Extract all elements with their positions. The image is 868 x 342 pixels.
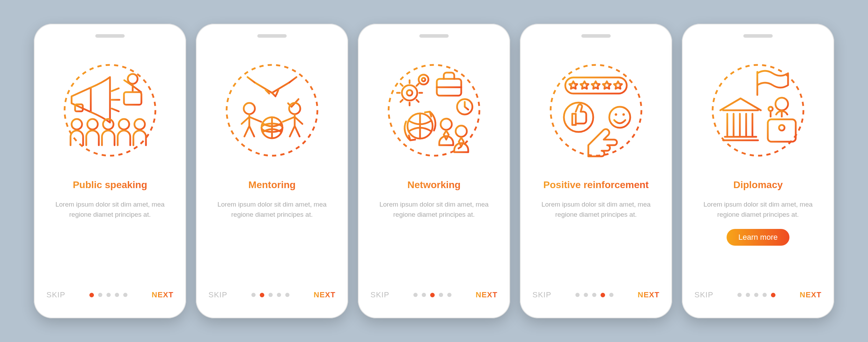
skip-button[interactable]: SKIP xyxy=(208,290,227,299)
phone-mockup: Networking Lorem ipsum dolor sit dim ame… xyxy=(358,24,510,318)
indicator-dot[interactable] xyxy=(746,293,750,297)
illustration xyxy=(206,54,338,166)
next-button[interactable]: NEXT xyxy=(314,290,336,299)
positive-reinforcement-icon xyxy=(544,58,648,163)
indicator-dot[interactable] xyxy=(592,293,596,297)
learn-more-button[interactable]: Learn more xyxy=(727,229,790,246)
indicator-dot[interactable] xyxy=(771,293,775,297)
onboarding-stage: Public speaking Lorem ipsum dolor sit di… xyxy=(0,0,868,342)
svg-point-26 xyxy=(564,103,593,132)
illustration xyxy=(530,54,662,166)
indicator-dot[interactable] xyxy=(430,293,435,297)
onboarding-nav: SKIP NEXT xyxy=(206,290,338,301)
svg-point-22 xyxy=(441,119,452,130)
svg-rect-25 xyxy=(565,77,627,94)
indicator-dot[interactable] xyxy=(106,293,111,297)
skip-button[interactable]: SKIP xyxy=(46,290,65,299)
next-button[interactable]: NEXT xyxy=(476,290,498,299)
page-indicator xyxy=(737,293,775,297)
next-button[interactable]: NEXT xyxy=(638,290,660,299)
indicator-dot[interactable] xyxy=(413,293,418,297)
indicator-dot[interactable] xyxy=(439,293,443,297)
indicator-dot[interactable] xyxy=(584,293,588,297)
screen-description: Lorem ipsum dolor sit dim amet, mea regi… xyxy=(368,199,500,220)
networking-icon xyxy=(382,58,486,163)
screen-description: Lorem ipsum dolor sit dim amet, mea regi… xyxy=(44,199,176,220)
svg-point-23 xyxy=(456,126,467,137)
skip-button[interactable]: SKIP xyxy=(532,290,551,299)
svg-point-9 xyxy=(227,65,317,156)
diplomacy-icon xyxy=(706,58,810,163)
screen-title: Mentoring xyxy=(206,179,338,191)
skip-button[interactable]: SKIP xyxy=(370,290,389,299)
svg-point-29 xyxy=(623,113,625,116)
indicator-dot[interactable] xyxy=(251,293,256,297)
indicator-dot[interactable] xyxy=(447,293,451,297)
svg-point-18 xyxy=(422,78,425,81)
screen-description: Lorem ipsum dolor sit dim amet, mea regi… xyxy=(530,199,662,220)
svg-point-27 xyxy=(609,107,630,128)
indicator-dot[interactable] xyxy=(285,293,289,297)
page-indicator xyxy=(89,293,127,297)
illustration xyxy=(692,54,824,166)
phone-speaker xyxy=(581,34,611,38)
screen-description: Lorem ipsum dolor sit dim amet, mea regi… xyxy=(692,199,824,220)
indicator-dot[interactable] xyxy=(115,293,119,297)
screen-description: Lorem ipsum dolor sit dim amet, mea regi… xyxy=(206,199,338,220)
screen-title: Positive reinforcement xyxy=(530,179,662,191)
svg-point-10 xyxy=(244,103,255,114)
phone-speaker xyxy=(419,34,449,38)
onboarding-nav: SKIP NEXT xyxy=(530,290,662,301)
indicator-dot[interactable] xyxy=(277,293,281,297)
phone-speaker xyxy=(95,34,125,38)
onboarding-nav: SKIP NEXT xyxy=(44,290,176,301)
illustration xyxy=(44,54,176,166)
page-indicator xyxy=(575,293,613,297)
svg-point-16 xyxy=(407,90,412,96)
public-speaking-icon xyxy=(58,58,162,163)
indicator-dot[interactable] xyxy=(422,293,426,297)
next-button[interactable]: NEXT xyxy=(800,290,822,299)
svg-rect-3 xyxy=(124,92,141,105)
mentoring-icon xyxy=(220,58,324,163)
phone-mockup: Public speaking Lorem ipsum dolor sit di… xyxy=(34,24,186,318)
svg-point-2 xyxy=(128,74,138,84)
screen-title: Diplomacy xyxy=(692,179,824,191)
phone-mockup: Diplomacy Lorem ipsum dolor sit dim amet… xyxy=(682,24,834,318)
onboarding-nav: SKIP NEXT xyxy=(692,290,824,301)
next-button[interactable]: NEXT xyxy=(152,290,174,299)
indicator-dot[interactable] xyxy=(754,293,758,297)
svg-point-7 xyxy=(119,119,129,129)
indicator-dot[interactable] xyxy=(123,293,127,297)
page-indicator xyxy=(413,293,451,297)
indicator-dot[interactable] xyxy=(609,293,613,297)
indicator-dot[interactable] xyxy=(98,293,102,297)
indicator-dot[interactable] xyxy=(269,293,273,297)
svg-point-15 xyxy=(402,85,417,101)
screen-title: Public speaking xyxy=(44,179,176,191)
indicator-dot[interactable] xyxy=(763,293,767,297)
indicator-dot[interactable] xyxy=(601,293,605,297)
svg-point-4 xyxy=(72,119,82,129)
onboarding-nav: SKIP NEXT xyxy=(368,290,500,301)
screen-title: Networking xyxy=(368,179,500,191)
indicator-dot[interactable] xyxy=(89,293,94,297)
phone-mockup: Mentoring Lorem ipsum dolor sit dim amet… xyxy=(196,24,348,318)
svg-point-8 xyxy=(134,119,145,129)
svg-point-31 xyxy=(775,98,788,110)
phone-speaker xyxy=(743,34,773,38)
page-indicator xyxy=(251,293,289,297)
svg-point-14 xyxy=(389,65,479,156)
indicator-dot[interactable] xyxy=(575,293,580,297)
svg-point-5 xyxy=(87,119,98,129)
phone-mockup: Positive reinforcement Lorem ipsum dolor… xyxy=(520,24,672,318)
skip-button[interactable]: SKIP xyxy=(694,290,713,299)
illustration xyxy=(368,54,500,166)
svg-point-33 xyxy=(779,125,785,131)
phone-speaker xyxy=(257,34,287,38)
indicator-dot[interactable] xyxy=(737,293,742,297)
indicator-dot[interactable] xyxy=(260,293,264,297)
svg-point-17 xyxy=(419,75,428,84)
svg-point-28 xyxy=(615,113,617,116)
